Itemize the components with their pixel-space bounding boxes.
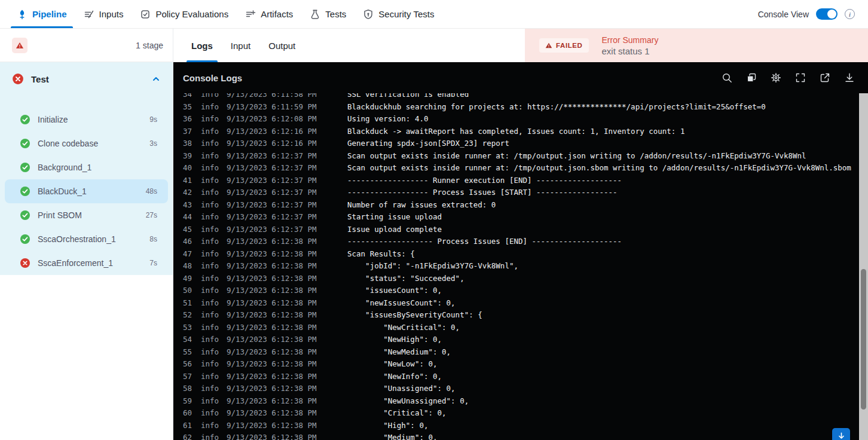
top-tab-policy-evaluations[interactable]: Policy Evaluations [140,0,228,28]
tab-output[interactable]: Output [268,29,295,62]
pipeline-icon [17,9,27,20]
search-icon[interactable] [722,72,732,83]
log-viewport[interactable]: 34info9/13/2023 6:11:58 PMSSL verificati… [173,93,859,440]
step-duration: 8s [149,235,157,243]
copy-icon[interactable] [746,72,757,83]
log-timestamp: 9/13/2023 6:12:38 PM [227,420,316,432]
success-check-icon [20,114,30,125]
step-sscaenforcement-1[interactable]: SscaEnforcement_17s [5,251,168,275]
tab-input[interactable]: Input [231,29,250,62]
log-line-number: 51 [183,297,192,310]
log-level: info [201,211,219,224]
log-line-number: 59 [183,395,192,408]
log-timestamp: 9/13/2023 6:12:08 PM [227,113,316,126]
console-view-control: Console View i [758,8,868,20]
log-level: info [201,432,219,440]
log-line: 55info9/13/2023 6:12:38 PM "NewMedium": … [173,346,859,359]
step-duration: 7s [149,259,157,267]
log-timestamp: 9/13/2023 6:12:37 PM [227,187,316,199]
log-line-number: 43 [183,199,192,212]
log-line-number: 56 [183,358,192,371]
step-initialize[interactable]: Initialize9s [5,108,168,132]
log-line: 42info9/13/2023 6:12:37 PM--------------… [173,187,859,199]
log-message: ------------------- Process Issues [END]… [347,236,622,248]
stage-failed-icon [12,73,24,85]
log-message: Scan Results: { [347,248,415,261]
success-check-icon [20,210,30,221]
top-tab-label: Inputs [99,9,124,19]
execution-sidebar: 1 stage Test Initialize9sClone codebase3… [0,29,173,440]
log-timestamp: 9/13/2023 6:12:38 PM [227,322,316,334]
log-message: Number of raw issues extracted: 0 [347,199,496,212]
top-navigation: PipelineInputsPolicy EvaluationsArtifact… [0,0,868,29]
log-line-number: 54 [183,334,192,346]
top-tab-label: Policy Evaluations [155,9,228,19]
step-name: Background_1 [38,163,150,172]
log-level: info [201,322,219,334]
tab-logs[interactable]: Logs [191,29,213,62]
download-icon[interactable] [844,72,855,83]
log-line: 44info9/13/2023 6:12:37 PMStarting issue… [173,211,859,224]
step-print-sbom[interactable]: Print SBOM27s [5,203,168,227]
scrollbar-thumb[interactable] [861,269,866,410]
log-line-number: 40 [183,162,192,175]
top-tab-label: Tests [325,9,346,19]
step-blackduck-1[interactable]: BlackDuck_148s [5,179,168,203]
log-timestamp: 9/13/2023 6:12:38 PM [227,358,316,371]
top-tab-security-tests[interactable]: Security Tests [363,0,434,28]
log-line-number: 44 [183,211,192,224]
top-tab-inputs[interactable]: Inputs [84,0,124,28]
log-timestamp: 9/13/2023 6:12:38 PM [227,236,316,248]
log-message: Scan output exists inside runner at: /tm… [347,150,806,163]
console-view-toggle[interactable] [816,8,838,20]
log-message: "Critical": 0, [347,407,447,420]
log-line-number: 39 [183,150,192,163]
open-in-new-icon[interactable] [820,72,830,83]
log-level: info [201,248,219,261]
console-scrollbar[interactable] [859,93,868,440]
log-line-number: 37 [183,126,192,138]
log-line-number: 58 [183,383,192,395]
log-level: info [201,346,219,359]
log-level: info [201,199,219,212]
step-background-1[interactable]: Background_1 [5,155,168,179]
top-tab-artifacts[interactable]: Artifacts [245,0,293,28]
scroll-to-bottom-button[interactable] [832,428,850,440]
log-message: ------------------ Process Issues [START… [347,187,618,199]
tests-icon [310,9,320,20]
settings-gear-icon[interactable] [771,72,781,83]
top-tab-tests[interactable]: Tests [310,0,346,28]
step-clone-codebase[interactable]: Clone codebase3s [5,132,168,155]
console-logs-title: Console Logs [183,73,242,83]
log-timestamp: 9/13/2023 6:11:59 PM [227,101,316,114]
stage-count: 1 stage [136,41,163,50]
security-tests-icon [363,9,374,20]
log-level: info [201,285,219,297]
log-line-number: 60 [183,407,192,420]
console-toolbar [722,72,855,83]
log-message: Using version: 4.0 [347,113,428,126]
log-level: info [201,101,219,114]
log-line: 35info9/13/2023 6:11:59 PMBlackduckhub s… [173,101,859,114]
log-line: 46info9/13/2023 6:12:38 PM--------------… [173,236,859,248]
log-line: 61info9/13/2023 6:12:38 PM "High": 0, [173,420,859,432]
log-timestamp: 9/13/2023 6:12:38 PM [227,297,316,310]
fullscreen-icon[interactable] [795,72,806,83]
step-name: Clone codebase [38,139,142,148]
success-check-icon [20,162,30,173]
log-line: 50info9/13/2023 6:12:38 PM "issuesCount"… [173,285,859,297]
step-sscaorchestration-1[interactable]: SscaOrchestration_18s [5,227,168,251]
top-tab-pipeline[interactable]: Pipeline [17,0,67,28]
log-line-number: 57 [183,371,192,383]
info-icon[interactable]: i [845,9,855,19]
log-message: "NewMedium": 0, [347,346,451,359]
log-line-number: 35 [183,101,192,114]
log-timestamp: 9/13/2023 6:12:38 PM [227,371,316,383]
step-duration: 27s [146,211,157,219]
log-message: "jobId": "-n1FkEpdiw3Y7G-Vvk8Wnl", [347,260,518,273]
stage-header-test[interactable]: Test [0,62,173,96]
artifacts-icon [245,9,256,20]
chevron-up-icon[interactable] [151,74,161,84]
step-name: Initialize [38,115,142,124]
steps-list: Initialize9sClone codebase3sBackground_1… [0,96,173,275]
